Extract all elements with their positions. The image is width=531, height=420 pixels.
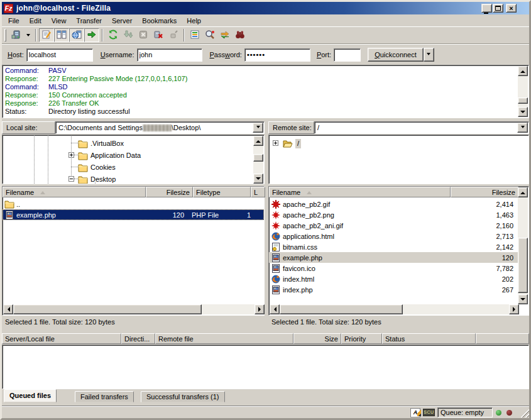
collapse-icon[interactable] [68,176,74,182]
menu-edit[interactable]: Edit [25,15,47,26]
maximize-button[interactable] [493,4,503,13]
scroll-right-button[interactable] [255,304,265,314]
password-input[interactable] [244,48,310,62]
scroll-down-button[interactable] [518,107,528,117]
menu-bookmarks[interactable]: Bookmarks [137,15,182,26]
file-row[interactable]: applications.html 2,713 [269,231,518,241]
host-input[interactable] [26,48,93,62]
file-row[interactable]: favicon.ico 7,782 [269,263,518,274]
local-list-hscrollbar[interactable] [3,304,265,314]
menu-server[interactable]: Server [107,15,137,26]
remote-list-vscrollbar[interactable] [518,187,528,304]
file-row[interactable]: apache_pb2_ani.gif 2,160 [269,220,518,231]
site-manager-button[interactable] [9,28,24,42]
quickconnect-dropdown-button[interactable] [424,48,434,62]
message-log[interactable]: Command:PASV Response:227 Entering Passi… [2,65,529,118]
tree-item-root[interactable]: / [283,138,301,150]
port-input[interactable] [334,48,361,62]
header-filesize[interactable]: Filesize [451,187,518,197]
scroll-up-button[interactable] [518,66,528,76]
remote-file-list[interactable]: Filename Filesize apache_pb2.gif 2,414 a… [268,186,529,316]
queue-header-status[interactable]: Status [382,333,476,344]
expand-icon[interactable] [68,152,74,158]
queue-header-server-local-file[interactable]: Server/Local file [2,333,121,344]
file-row[interactable]: apache_pb2.png 1,463 [269,209,518,220]
scroll-right-button[interactable] [509,304,519,314]
tree-item-application-data[interactable]: Application Data [78,150,141,162]
tree-item-virtualbox[interactable]: .VirtualBox [78,138,124,150]
scroll-down-button[interactable] [518,294,528,304]
tab-queued-files[interactable]: Queued files [4,389,57,402]
remote-site-dropdown-button[interactable] [517,123,528,133]
scrollbar-thumb[interactable] [280,304,403,314]
tab-failed-transfers[interactable]: Failed transfers [75,391,134,402]
scroll-left-button[interactable] [3,304,13,314]
tree-item-desktop[interactable]: Desktop [78,174,116,184]
toggle-message-log-button[interactable] [39,28,54,42]
local-tree-scrollbar[interactable] [253,136,263,184]
toggle-local-tree-button[interactable] [54,28,69,42]
scroll-up-button[interactable] [253,136,263,146]
file-row[interactable]: index.php 267 [269,284,518,295]
tree-item-cookies[interactable]: Cookies [78,162,116,174]
queue-header-remote-file[interactable]: Remote file [155,333,293,344]
queue-header-direction[interactable]: Directi... [121,333,155,344]
remote-list-hscrollbar[interactable] [270,304,519,314]
synchronized-browsing-button[interactable] [217,28,233,42]
minimize-button[interactable] [481,4,492,13]
close-button[interactable]: × [506,4,517,13]
scroll-up-button[interactable] [518,187,528,197]
find-files-button[interactable] [233,28,248,42]
file-row-parent-dir[interactable]: .. [3,199,264,209]
directory-comparison-button[interactable] [202,28,217,42]
cancel-button[interactable] [136,28,151,42]
queue-header-priority[interactable]: Priority [341,333,382,344]
toggle-transfer-queue-button[interactable] [84,28,99,42]
tab-successful-transfers[interactable]: Successful transfers (1) [141,391,225,402]
menu-file[interactable]: File [3,15,25,26]
header-filesize[interactable]: Filesize [146,187,193,197]
file-row-example-php[interactable]: example.php 120 [269,252,518,263]
transfer-type-icon[interactable]: A [410,408,420,417]
queue-body[interactable] [2,345,529,389]
local-file-list[interactable]: Filename Filesize Filetype L .. example.… [2,186,265,316]
local-site-dropdown-button[interactable] [253,123,263,133]
file-row[interactable]: index.html 202 [269,274,518,284]
menu-transfer[interactable]: Transfer [71,15,107,26]
local-site-combobox[interactable]: C:\Documents and Settings\Desktop\ [55,121,265,134]
log-scrollbar[interactable] [518,66,528,117]
queue-header-size[interactable]: Size [293,333,341,344]
refresh-button[interactable] [106,28,121,42]
header-filename[interactable]: Filename [3,187,146,197]
local-directory-tree[interactable]: .VirtualBox Application Data Cookies Des… [2,135,265,184]
process-queue-button[interactable] [121,28,136,42]
scrollbar-thumb[interactable] [518,238,528,293]
quickconnect-button[interactable]: Quickconnect [368,48,424,62]
toolbar-grip[interactable] [4,29,6,41]
scrollbar-thumb[interactable] [253,154,263,162]
scrollbar-thumb[interactable] [13,304,202,314]
file-row[interactable]: apache_pb2.gif 2,414 [269,199,518,209]
remote-directory-tree[interactable]: / [268,135,529,184]
file-row[interactable]: bitnami.css 2,142 [269,241,518,252]
site-manager-dropdown-button[interactable] [24,28,33,42]
header-filetype[interactable]: Filetype [193,187,251,197]
filter-button[interactable] [187,28,202,42]
username-input[interactable] [137,48,202,62]
titlebar[interactable]: Fz john@localhost - FileZilla [2,2,529,14]
resize-grip[interactable] [520,408,529,417]
reconnect-button[interactable] [166,28,181,42]
scrollbar-thumb[interactable] [518,97,528,104]
disconnect-button[interactable] [151,28,166,42]
header-filename[interactable]: Filename [269,187,451,197]
menu-help[interactable]: Help [182,15,206,26]
toggle-remote-tree-button[interactable] [69,28,84,42]
file-row-example-php[interactable]: example.php 120 PHP File 1 [3,209,264,220]
scroll-left-button[interactable] [270,304,280,314]
expand-icon[interactable] [273,140,278,146]
header-lastmodified[interactable]: L [251,187,265,197]
menu-view[interactable]: View [47,15,72,26]
scroll-down-button[interactable] [253,174,263,184]
remote-site-combobox[interactable]: / [314,121,529,134]
speed-limit-badge-icon[interactable]: SCU [423,409,435,416]
